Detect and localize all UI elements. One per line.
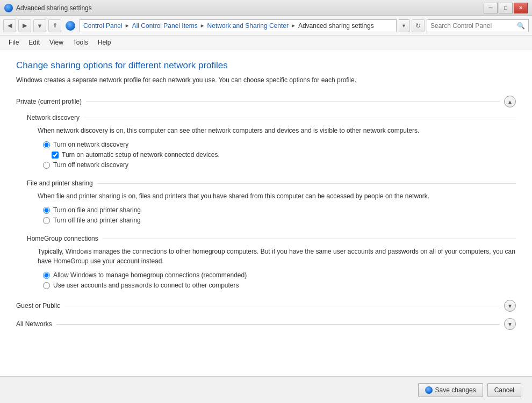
checkbox-auto-setup[interactable]: Turn on automatic setup of network conne…: [43, 151, 516, 159]
forward-button[interactable]: ▶: [18, 19, 31, 32]
all-networks-section-toggle[interactable]: ▼: [504, 318, 516, 330]
radio-turn-on-file-sharing[interactable]: Turn on file and printer sharing: [43, 206, 516, 214]
back-button[interactable]: ◀: [3, 19, 16, 32]
radio-allow-windows-homegroup[interactable]: Allow Windows to manage homegroup connec…: [43, 271, 516, 279]
menu-view[interactable]: View: [45, 37, 68, 48]
radio-turn-on-file-sharing-input[interactable]: [43, 207, 50, 214]
network-discovery-section: Network discovery When network discovery…: [16, 114, 516, 169]
private-section-header[interactable]: Private (current profile) ▲: [16, 96, 516, 107]
network-discovery-line: [84, 118, 516, 118]
radio-turn-off-file-sharing-label: Turn off file and printer sharing: [53, 217, 141, 224]
menu-tools[interactable]: Tools: [69, 37, 92, 48]
guest-public-section-header[interactable]: Guest or Public ▼: [16, 300, 516, 312]
main-content: Change sharing options for different net…: [0, 49, 532, 376]
address-path: Control Panel ► All Control Panel Items …: [80, 19, 397, 32]
all-networks-section-label: All Networks: [16, 320, 52, 328]
cancel-button[interactable]: Cancel: [487, 383, 521, 397]
dropdown-button[interactable]: ▼: [33, 19, 46, 32]
all-networks-section: All Networks ▼: [16, 318, 516, 330]
search-box[interactable]: 🔍: [427, 19, 529, 32]
network-discovery-description: When network discovery is on, this compu…: [27, 126, 516, 135]
radio-use-user-accounts-homegroup-input[interactable]: [43, 282, 50, 289]
save-changes-button[interactable]: Save changes: [418, 383, 483, 397]
guest-public-section-label: Guest or Public: [16, 302, 60, 310]
checkbox-auto-setup-input[interactable]: [52, 152, 59, 159]
up-button[interactable]: ⇧: [48, 19, 61, 32]
radio-turn-off-network-discovery-input[interactable]: [43, 162, 50, 169]
radio-turn-on-network-discovery[interactable]: Turn on network discovery: [43, 141, 516, 148]
minimize-button[interactable]: ─: [484, 3, 498, 13]
breadcrumb-icon: [66, 21, 75, 31]
radio-turn-on-network-discovery-label: Turn on network discovery: [53, 141, 128, 148]
radio-turn-off-network-discovery-label: Turn off network discovery: [53, 161, 128, 169]
title-bar-left: Advanced sharing settings: [4, 4, 92, 12]
page-title: Change sharing options for different net…: [16, 60, 516, 71]
close-button[interactable]: ✕: [514, 3, 528, 13]
refresh-button[interactable]: ↻: [412, 19, 425, 32]
private-section-label: Private (current profile): [16, 98, 82, 105]
bottom-bar: Save changes Cancel: [0, 376, 532, 403]
address-dropdown-button[interactable]: ▼: [399, 19, 409, 32]
private-section-line: [86, 102, 500, 102]
radio-turn-off-file-sharing-input[interactable]: [43, 217, 50, 224]
app-icon: [4, 4, 13, 12]
all-networks-section-line: [56, 324, 500, 325]
search-icon: 🔍: [517, 22, 525, 30]
radio-turn-on-network-discovery-input[interactable]: [43, 141, 50, 148]
private-section-toggle[interactable]: ▲: [504, 96, 516, 107]
save-icon: [425, 386, 433, 394]
network-discovery-options: Turn on network discovery Turn on automa…: [27, 141, 516, 169]
radio-turn-off-network-discovery[interactable]: Turn off network discovery: [43, 161, 516, 169]
breadcrumb-current: Advanced sharing settings: [298, 22, 374, 30]
file-printer-sharing-line: [97, 183, 516, 184]
window-title: Advanced sharing settings: [16, 4, 92, 12]
homegroup-connections-description: Typically, Windows manages the connectio…: [27, 247, 516, 266]
file-printer-sharing-header: File and printer sharing: [27, 179, 516, 187]
file-printer-sharing-section: File and printer sharing When file and p…: [16, 179, 516, 224]
search-input[interactable]: [430, 22, 515, 30]
all-networks-section-header[interactable]: All Networks ▼: [16, 318, 516, 330]
radio-turn-on-file-sharing-label: Turn on file and printer sharing: [53, 206, 141, 214]
save-changes-label: Save changes: [435, 386, 476, 394]
guest-public-section-line: [64, 306, 500, 306]
homegroup-connections-options: Allow Windows to manage homegroup connec…: [27, 271, 516, 289]
menu-bar: File Edit View Tools Help: [0, 35, 532, 49]
homegroup-connections-section: HomeGroup connections Typically, Windows…: [16, 235, 516, 289]
homegroup-connections-label: HomeGroup connections: [27, 235, 98, 242]
page-description: Windows creates a separate network profi…: [16, 75, 516, 85]
breadcrumb-all-items[interactable]: All Control Panel Items: [132, 22, 198, 30]
homegroup-connections-header: HomeGroup connections: [27, 235, 516, 242]
address-bar: ◀ ▶ ▼ ⇧ Control Panel ► All Control Pane…: [0, 16, 532, 35]
title-controls[interactable]: ─ □ ✕: [484, 3, 528, 13]
checkbox-auto-setup-label: Turn on automatic setup of network conne…: [62, 151, 220, 159]
file-printer-sharing-options: Turn on file and printer sharing Turn of…: [27, 206, 516, 224]
file-printer-sharing-label: File and printer sharing: [27, 179, 93, 187]
breadcrumb-network-sharing[interactable]: Network and Sharing Center: [207, 22, 289, 30]
network-discovery-label: Network discovery: [27, 114, 80, 121]
network-discovery-header: Network discovery: [27, 114, 516, 121]
radio-turn-off-file-sharing[interactable]: Turn off file and printer sharing: [43, 217, 516, 224]
guest-public-section: Guest or Public ▼: [16, 300, 516, 312]
menu-help[interactable]: Help: [94, 37, 116, 48]
file-printer-sharing-description: When file and printer sharing is on, fil…: [27, 191, 516, 201]
title-bar: Advanced sharing settings ─ □ ✕: [0, 0, 532, 16]
guest-public-section-toggle[interactable]: ▼: [504, 300, 516, 312]
maximize-button[interactable]: □: [499, 3, 513, 13]
menu-edit[interactable]: Edit: [24, 37, 44, 48]
radio-allow-windows-homegroup-label: Allow Windows to manage homegroup connec…: [53, 271, 247, 279]
breadcrumb-control-panel[interactable]: Control Panel: [83, 22, 123, 30]
radio-use-user-accounts-homegroup[interactable]: Use user accounts and passwords to conne…: [43, 282, 516, 289]
menu-file[interactable]: File: [4, 37, 23, 48]
homegroup-connections-line: [103, 239, 516, 239]
radio-allow-windows-homegroup-input[interactable]: [43, 272, 50, 279]
radio-use-user-accounts-homegroup-label: Use user accounts and passwords to conne…: [53, 282, 239, 289]
